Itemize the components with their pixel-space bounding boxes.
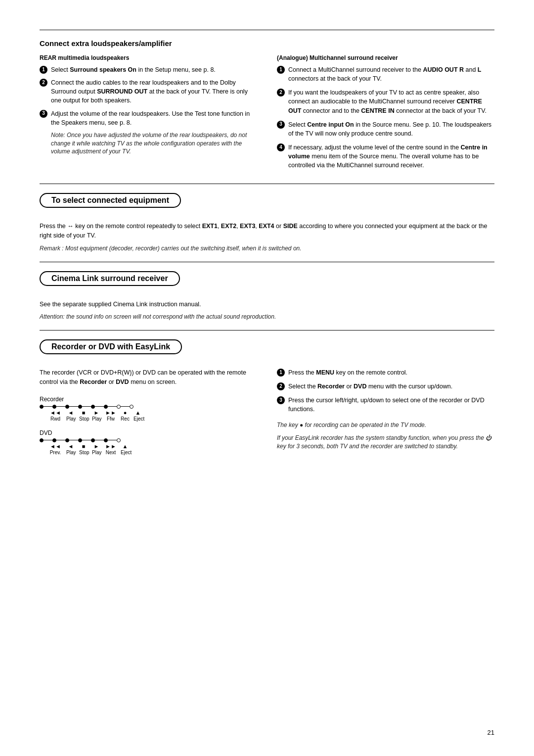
dvd-icon-stop: ■	[79, 443, 88, 449]
dvd-label: DVD	[40, 429, 257, 436]
recorder-label-rec: Rec	[121, 416, 130, 422]
list-item: 2 Connect the audio cables to the rear l…	[40, 78, 257, 105]
list-item: 4 If necessary, adjust the volume level …	[277, 143, 494, 170]
dot-empty	[117, 405, 121, 409]
top-rule	[40, 30, 494, 30]
item-text: Adjust the volume of the rear loudspeake…	[51, 109, 257, 127]
num-3: 3	[277, 121, 285, 129]
list-item: 1 Press the MENU key on the remote contr…	[277, 368, 494, 377]
section1-left-list: 1 Select Surround speakers On in the Set…	[40, 65, 257, 127]
recorder-diagram: Recorder	[40, 396, 257, 455]
section1-title: Connect extra loudspeakers/amplifier	[40, 39, 494, 47]
num-4: 4	[277, 143, 285, 151]
dot	[78, 438, 82, 442]
recorder-label: Recorder	[40, 396, 257, 403]
section3-title: Cinema Link surround receiver	[40, 271, 180, 286]
line	[108, 440, 117, 441]
section4-note1: The key ● for recording can be operated …	[277, 421, 494, 429]
list-item: 2 Select the Recorder or DVD menu with t…	[277, 382, 494, 391]
recorder-start-dot	[40, 405, 44, 409]
item-text: Select the Recorder or DVD menu with the…	[288, 382, 452, 391]
section1-left-subtitle: REAR multimedia loudspeakers	[40, 54, 257, 61]
line	[44, 406, 52, 407]
line	[44, 440, 52, 441]
recorder-label-ffw: Ffw	[105, 416, 117, 422]
dot	[65, 438, 69, 442]
recorder-label-eject: Eject	[134, 416, 142, 422]
num-1: 1	[40, 66, 47, 74]
num-1: 1	[277, 66, 285, 74]
line	[69, 440, 78, 441]
dot	[104, 438, 108, 442]
list-item: 3 Press the cursor left/right, up/down t…	[277, 396, 494, 414]
dvd-start-dot	[40, 438, 44, 442]
page-number: 21	[488, 729, 494, 736]
section4-body-left: The recorder (VCR or DVD+R(W)) or DVD ca…	[40, 368, 257, 387]
dot	[117, 438, 121, 442]
dvd-label-eject: Eject	[121, 450, 130, 455]
item-text: Connect the audio cables to the rear lou…	[51, 78, 257, 105]
dvd-label-prev: Prev.	[48, 450, 62, 455]
section-select-equipment: To select connected equipment Press the …	[40, 184, 494, 252]
recorder-icon-play2: ►	[92, 410, 101, 416]
line	[82, 440, 91, 441]
dvd-icon-play2: ►	[92, 443, 101, 449]
line	[121, 406, 130, 407]
recorder-icon-rwd: ◄◄	[48, 410, 62, 416]
item-text: Select Centre input On in the Source men…	[288, 120, 494, 138]
dot	[52, 438, 56, 442]
dvd-icon-play1: ◄	[66, 443, 75, 449]
line	[95, 440, 104, 441]
recorder-icon-ffw: ►►	[105, 410, 117, 416]
section4-left-col: The recorder (VCR or DVD+R(W)) or DVD ca…	[40, 368, 257, 460]
recorder-label-play1: Play	[66, 416, 75, 422]
num-2: 2	[277, 382, 285, 390]
num-2: 2	[277, 89, 285, 96]
recorder-icon-rec: ●	[121, 410, 130, 416]
recorder-icon-eject: ▲	[134, 410, 142, 416]
section4-right-list: 1 Press the MENU key on the remote contr…	[277, 368, 494, 414]
item-text: If you want the loudspeakers of your TV …	[288, 88, 494, 115]
list-item: 3 Select Centre input On in the Source m…	[277, 120, 494, 138]
recorder-label-play2: Play	[92, 416, 101, 422]
section1-left-col: REAR multimedia loudspeakers 1 Select Su…	[40, 54, 257, 175]
line	[95, 406, 104, 407]
list-item: 3 Adjust the volume of the rear loudspea…	[40, 109, 257, 127]
dvd-label-stop: Stop	[79, 450, 88, 455]
line	[56, 440, 65, 441]
dvd-label-play1: Play	[66, 450, 75, 455]
section4-title: Recorder or DVD with EasyLink	[40, 339, 182, 354]
list-item: 1 Select Surround speakers On in the Set…	[40, 65, 257, 74]
section4-right-col: 1 Press the MENU key on the remote contr…	[277, 368, 494, 460]
recorder-label-rwd: Rwd	[48, 416, 62, 422]
section1-note: Note: Once you have adjusted the volume …	[51, 131, 257, 156]
section2-remark: Remark : Most equipment (decoder, record…	[40, 244, 494, 253]
item-text: Select Surround speakers On in the Setup…	[51, 65, 216, 74]
dot	[91, 438, 95, 442]
line	[82, 406, 91, 407]
line	[56, 406, 65, 407]
recorder-label-stop: Stop	[79, 416, 88, 422]
dot	[65, 405, 69, 409]
section1-right-subtitle: (Analogue) Multichannel surround receive…	[277, 54, 494, 61]
num-3: 3	[277, 396, 285, 404]
list-item: 1 Connect a MultiChannel surround receiv…	[277, 65, 494, 83]
dvd-label-next: Next	[105, 450, 117, 455]
dot	[52, 405, 56, 409]
section2-body: Press the ↔ key on the remote control re…	[40, 222, 494, 240]
num-3: 3	[40, 110, 47, 118]
recorder-icon-stop: ■	[79, 410, 88, 416]
section-connect-loudspeakers: Connect extra loudspeakers/amplifier REA…	[40, 39, 494, 175]
dvd-label-play2: Play	[92, 450, 101, 455]
section3-body: See the separate supplied Cinema Link in…	[40, 300, 494, 309]
dvd-icon-eject: ▲	[121, 443, 130, 449]
dot	[91, 405, 95, 409]
num-2: 2	[40, 79, 47, 87]
item-text: Press the cursor left/right, up/down to …	[288, 396, 494, 414]
section-easylink: Recorder or DVD with EasyLink The record…	[40, 330, 494, 460]
dot	[78, 405, 82, 409]
line	[108, 406, 117, 407]
num-1: 1	[277, 369, 285, 377]
dvd-icon-prev: ◄◄	[48, 443, 62, 449]
recorder-icon-play1: ◄	[66, 410, 75, 416]
